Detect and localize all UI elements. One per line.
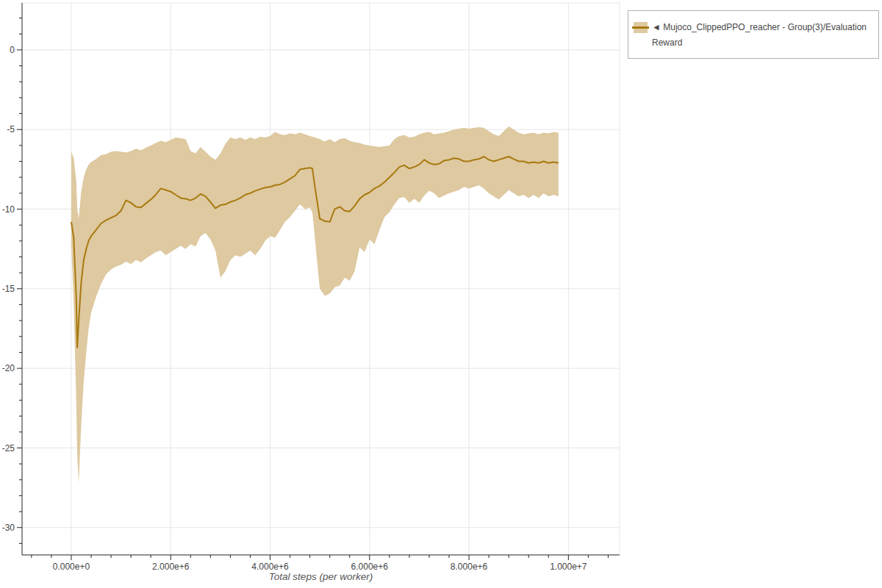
legend-swatch <box>634 22 648 33</box>
y-tick-label: -10 <box>2 204 15 215</box>
y-tick-label: -25 <box>2 443 15 453</box>
x-tick-label: 6.000e+6 <box>351 562 389 572</box>
x-tick-label: 8.000e+6 <box>451 562 488 572</box>
y-tick-label: -30 <box>2 523 15 533</box>
x-tick-label: 2.000e+6 <box>152 562 190 572</box>
y-tick-label: -5 <box>7 124 15 135</box>
chart-page: 0-5-10-15-20-25-300.000e+02.000e+64.000e… <box>0 0 882 588</box>
legend-swatch-line-icon <box>632 26 649 29</box>
y-tick-label: -20 <box>2 363 15 373</box>
x-tick-label: 4.000e+6 <box>251 562 289 572</box>
y-tick-label: 0 <box>10 45 15 55</box>
legend-label-text: Mujoco_ClippedPPO_reacher - Group(3)/Eva… <box>652 22 867 48</box>
confidence-band <box>71 126 559 483</box>
legend-collapse-arrow-icon[interactable]: ◄ <box>652 22 661 32</box>
legend-item-evaluation-reward[interactable]: ◄ Mujoco_ClippedPPO_reacher - Group(3)/E… <box>634 20 872 51</box>
chart-canvas: 0-5-10-15-20-25-300.000e+02.000e+64.000e… <box>0 0 882 588</box>
x-tick-label: 0.000e+0 <box>53 562 90 572</box>
y-tick-label: -15 <box>2 284 15 294</box>
x-tick-label: 1.000e+7 <box>550 562 587 572</box>
legend-label: ◄ Mujoco_ClippedPPO_reacher - Group(3)/E… <box>652 20 871 51</box>
legend[interactable]: ◄ Mujoco_ClippedPPO_reacher - Group(3)/E… <box>628 10 879 59</box>
x-axis-title: Total steps (per worker) <box>22 571 620 582</box>
